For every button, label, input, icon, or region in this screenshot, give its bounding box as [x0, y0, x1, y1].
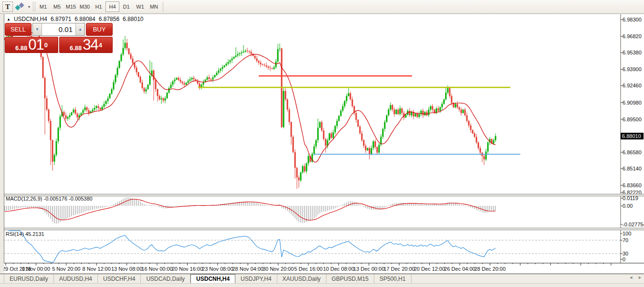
volume-input[interactable]: 0.01	[42, 23, 75, 35]
time-axis-label: 5 Nov 20:00	[52, 266, 80, 272]
time-axis-label: 13 Nov 08:00	[111, 266, 142, 272]
rsi-axis-label: 70	[623, 237, 628, 243]
buy-button[interactable]: BUY	[86, 23, 113, 36]
collapse-triangle-icon[interactable]: ▲	[7, 17, 11, 21]
buy-price-prefix: 6.88	[70, 44, 82, 52]
ohlc-low: 6.87856	[99, 16, 119, 22]
chart-tab-usdchf-h4[interactable]: USDCHF,H4	[98, 274, 141, 283]
price-axis-label: 6.98300	[623, 17, 642, 22]
chart-tab-sp500-h1[interactable]: SP500,H1	[374, 274, 412, 283]
macd-caption: MACD(12,26,9) -0.005176 -0.005380	[6, 196, 93, 202]
time-axis-label: 17 Dec 20:00	[383, 266, 414, 272]
time-axis-label: 5 Dec 16:00	[294, 266, 322, 272]
sell-button[interactable]: SELL	[5, 23, 32, 36]
toolbar-grip[interactable]	[33, 2, 35, 11]
time-axis-label: 1 Nov 00:00	[22, 266, 50, 272]
text-tool-button[interactable]: T	[2, 1, 13, 12]
objects-tool-icon[interactable]	[14, 1, 27, 12]
rsi-axis-label: 30	[623, 251, 628, 256]
ohlc-close: 6.88010	[123, 16, 143, 22]
chart-tab-audusd-h4[interactable]: AUDUSD,H4	[54, 274, 98, 283]
chart-tab-gbpusd-m15[interactable]: GBPUSD,M15	[327, 274, 374, 283]
timeframe-button-h4[interactable]: H4	[106, 1, 119, 12]
timeframe-button-mn[interactable]: MN	[147, 1, 161, 12]
sell-price-digits: 01	[28, 38, 43, 52]
chart-tab-usdjpy-h4[interactable]: USDJPY,H4	[235, 274, 277, 283]
time-axis-label: 30 Nov 20:00	[263, 266, 294, 272]
price-axis-label: 6.96820	[623, 33, 642, 39]
time-axis-label: 20 Nov 16:00	[172, 266, 203, 272]
price-axis-label: 6.90980	[623, 100, 642, 106]
macd-axis-label: -0.027754	[623, 222, 644, 227]
rsi-pane-splitter[interactable]	[4, 228, 644, 230]
time-axis-label: 10 Dec 08:00	[323, 266, 354, 272]
chart-tab-usdcad-daily[interactable]: USDCAD,Daily	[141, 274, 190, 283]
objects-dropdown-caret[interactable]: ▾	[27, 1, 32, 12]
timeframe-button-m30[interactable]: M30	[78, 1, 92, 12]
buy-price-display[interactable]: 6.88 34 4	[59, 37, 113, 53]
timeframe-button-m1[interactable]: M1	[36, 1, 50, 12]
timeframe-button-m5[interactable]: M5	[50, 1, 64, 12]
time-axis-label: 23 Nov 08:00	[202, 266, 233, 272]
price-axis-label: 6.92460	[623, 83, 642, 88]
price-axis-label: 6.83660	[623, 182, 642, 188]
time-axis-label: 28 Nov 04:00	[232, 266, 263, 272]
buy-price-digits: 34	[83, 38, 98, 52]
price-axis-label: 6.95380	[623, 50, 642, 55]
timeframe-button-h1[interactable]: H1	[92, 1, 106, 12]
time-axis-label: 8 Nov 12:00	[83, 266, 111, 272]
time-axis-label: 28 Dec 20:00	[475, 266, 506, 272]
chart-symbol: USDCNH,H4	[14, 16, 47, 22]
price-axis-label: 6.86580	[623, 149, 642, 155]
timeframe-button-d1[interactable]: D1	[119, 1, 133, 12]
timeframe-button-w1[interactable]: W1	[133, 1, 147, 12]
chart-window[interactable]: 6.983006.968206.953806.939006.924606.909…	[4, 14, 644, 273]
chart-tab-eurusd-daily[interactable]: EURUSD,Daily	[4, 274, 54, 283]
time-axis-label: 13 Dec 00:00	[353, 266, 384, 272]
price-axis-label: 6.85140	[623, 166, 642, 171]
macd-axis-label: 0.00	[623, 203, 633, 209]
current-price-tag: 6.88010	[622, 133, 641, 139]
tab-scroll-left-icon[interactable]: ◄	[629, 275, 633, 280]
chart-symbol-header: ▲ USDCNH,H4 6.87971 6.88084 6.87856 6.88…	[7, 16, 144, 22]
sell-price-display[interactable]: 6.88 01 0	[5, 37, 58, 53]
price-chart-canvas[interactable]: 6.983006.968206.953806.939006.924606.909…	[4, 14, 644, 273]
tab-scroll-right-icon[interactable]: ►	[638, 275, 642, 280]
chart-tab-bar: EURUSD,DailyAUDUSD,H4USDCHF,H4USDCAD,Dai…	[0, 274, 644, 283]
ohlc-high: 6.88084	[74, 16, 95, 22]
time-axis-label: 16 Nov 00:00	[141, 266, 172, 272]
sell-price-pip: 0	[44, 39, 48, 52]
timeframe-button-m15[interactable]: M15	[64, 1, 78, 12]
one-click-trading-panel: SELL ▼ 0.01 ▲ BUY 6.88 01 0 6.88 34 4	[5, 23, 113, 53]
volume-decrease-button[interactable]: ▼	[33, 23, 42, 35]
time-axis-label: 20 Dec 12:00	[414, 266, 445, 272]
chart-tab-usdcnh-h4[interactable]: USDCNH,H4	[190, 274, 235, 283]
macd-pane-splitter[interactable]	[4, 194, 644, 196]
rsi-axis-label: 100	[623, 231, 631, 236]
volume-stepper: ▼ 0.01 ▲	[32, 23, 85, 36]
price-axis-label: 6.93900	[623, 66, 642, 72]
rsi-caption: RSI(14) 45.2131	[6, 231, 44, 237]
ohlc-open: 6.87971	[51, 16, 71, 22]
rsi-axis-label: 0	[623, 256, 625, 262]
volume-increase-button[interactable]: ▲	[75, 23, 84, 35]
toolbar-separator	[163, 1, 163, 12]
sell-price-prefix: 6.88	[15, 44, 27, 52]
chart-tab-xauusd-daily[interactable]: XAUUSD,Daily	[277, 274, 327, 283]
tab-scroll-arrows: ◄ ►	[629, 275, 642, 280]
time-axis-label: 26 Dec 04:00	[444, 266, 475, 272]
price-axis-label: 6.89500	[623, 117, 642, 122]
chart-left-frame	[4, 14, 4, 263]
timeframe-buttons: M1M5M15M30H1H4D1W1MN	[36, 1, 161, 12]
top-toolbar: T ▾ M1M5M15M30H1H4D1W1MN	[0, 0, 644, 14]
status-strip	[0, 283, 644, 287]
buy-price-pip: 4	[99, 39, 102, 52]
